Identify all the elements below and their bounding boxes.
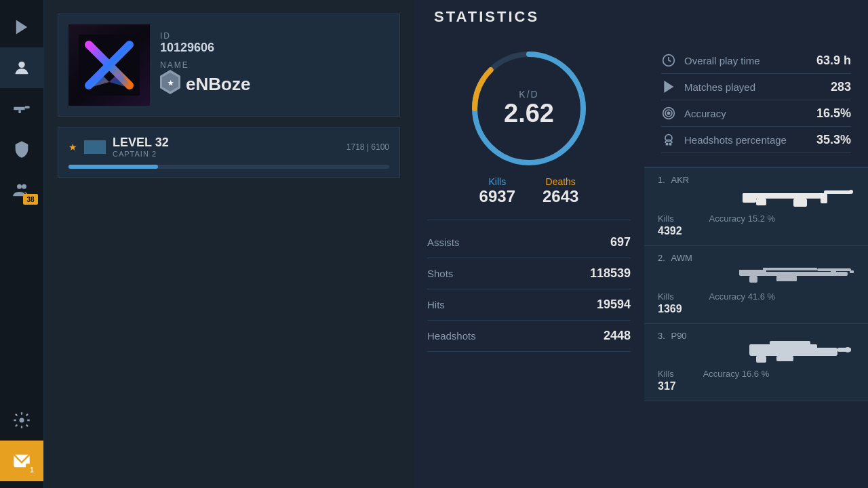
play-button[interactable] [0,7,43,47]
kills-value: 317 [658,380,676,392]
mail-button[interactable]: 1 [0,441,43,481]
stat-name: Assists [427,237,460,248]
svg-marker-0 [16,20,27,35]
weapon-image [736,332,858,369]
weapon-name: AKR [671,175,689,185]
target-icon [661,106,676,121]
weapon-rank: 3. [658,331,665,341]
settings-button[interactable] [0,400,43,441]
svg-rect-4 [18,110,21,113]
xp-progress-fill [68,165,158,169]
kills-label: Kills [658,214,682,224]
weapon-kills: Kills 4392 [658,214,682,237]
overview-row: Accuracy 16.5% [661,100,851,127]
stat-name: Headshots [427,330,476,342]
kills-label: Kills [658,291,682,302]
overview-label: Overall play time [684,55,760,66]
weapon-stats-row: Kills 1369 Accuracy 41.6 % [658,291,775,315]
stats-list: Assists 697 Shots 118539 Hits 19594 Head… [427,220,631,352]
svg-rect-33 [793,199,807,207]
svg-rect-46 [770,341,810,346]
kd-section: K/D 2.62 Kills 6937 Deaths 2643 [427,47,631,220]
svg-point-50 [845,347,850,352]
sidebar: 38 1 [0,0,44,488]
overview-label: Headshots percentage [684,134,787,146]
svg-rect-32 [821,193,827,203]
stat-value: 19594 [597,298,631,312]
username: ★ eNBoze [160,70,389,99]
svg-rect-40 [749,276,757,283]
accuracy-label: Accuracy 41.6 % [709,291,776,302]
weapon-accuracy: Accuracy 41.6 % [709,291,776,315]
weapon-card: 2. AWM Kills 1369 Accuracy 41.6 % [644,245,868,323]
level-bar-icon [84,140,106,154]
id-value: 10129606 [160,41,389,55]
statistics-panel: STATISTICS K/D 2.62 [414,0,868,488]
weapon-image [736,176,858,214]
deaths-label: Deaths [542,176,578,187]
kills-deaths: Kills 6937 Deaths 2643 [479,176,579,206]
weapon-image [736,254,858,291]
weapon-card: 1. AKR Kills 4392 Accuracy 15.2 % [644,167,868,245]
stat-value: 2448 [604,329,631,343]
level-xp: 1718 | 6100 [347,142,389,152]
xp-progress-bar [68,165,389,169]
weapon-name: P90 [671,331,686,341]
svg-rect-30 [743,193,756,203]
weapon-accuracy: Accuracy 16.6 % [703,369,770,392]
weapon-kills: Kills 1369 [658,291,682,315]
shield-icon [12,140,31,159]
svg-marker-21 [665,82,673,92]
weapon-rank: 1. [658,175,665,185]
stat-name: Hits [427,299,445,310]
svg-rect-3 [25,106,30,109]
svg-rect-2 [14,107,24,110]
overview-left: Headshots percentage [661,132,787,147]
overview-value: 16.5% [816,106,851,121]
accuracy-label: Accuracy 16.6 % [703,369,770,379]
overview-row: Overall play time 63.9 h [661,47,851,74]
stat-row: Hits 19594 [427,289,631,321]
avatar [68,24,150,106]
stat-name: Shots [427,268,453,279]
achievements-button[interactable] [0,129,43,169]
svg-text:★: ★ [167,79,174,87]
kills-value: 4392 [658,225,682,237]
svg-point-6 [22,184,26,189]
stats-body: K/D 2.62 Kills 6937 Deaths 2643 [414,34,868,488]
weapons-button[interactable] [0,88,43,129]
kills-value: 6937 [479,187,515,206]
overview-value: 283 [831,80,851,94]
kd-inner: K/D 2.62 [504,89,554,128]
profile-button[interactable] [0,47,43,88]
id-label: ID [160,31,389,41]
svg-rect-38 [763,268,817,270]
group-badge: 38 [23,194,38,205]
avatar-logo [79,35,140,96]
overview-label: Accuracy [684,108,726,119]
svg-point-5 [17,184,22,189]
overview-left: Matches played [661,79,755,94]
stats-right-column: Overall play time 63.9 h Matches played … [644,34,868,488]
svg-rect-48 [756,356,766,363]
gear-icon [12,411,31,430]
svg-rect-31 [756,199,766,205]
svg-rect-43 [850,270,854,273]
kills-value: 1369 [658,303,682,315]
deaths-value: 2643 [542,187,578,206]
weapon-card: 3. P90 Kills 317 Accuracy 16.6 % [644,323,868,401]
level-sub: CAPTAIN 2 [113,150,169,158]
weapon-rank: 2. [658,253,665,263]
kd-circle: K/D 2.62 [468,47,590,169]
svg-point-35 [849,190,853,194]
stat-value: 697 [610,235,631,249]
kills-stat: Kills 6937 [479,176,515,206]
overview-label: Matches played [684,81,755,93]
profile-info: ID 10129606 NAME ★ eNBoze [160,31,389,99]
kd-value: 2.62 [504,100,554,128]
group-button[interactable]: 38 [0,169,43,210]
weapons-list: 1. AKR Kills 4392 Accuracy 15.2 % [644,167,868,488]
svg-rect-29 [824,190,851,194]
stats-title: STATISTICS [434,8,539,26]
accuracy-label: Accuracy 15.2 % [709,214,776,224]
